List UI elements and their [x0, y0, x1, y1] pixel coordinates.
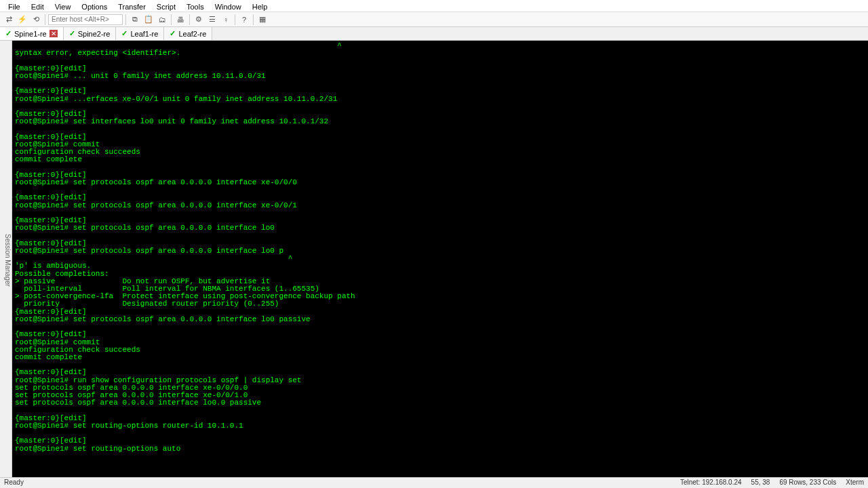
status-emulation: Xterm	[846, 479, 864, 487]
disconnect-icon[interactable]: ⟲	[30, 14, 42, 26]
quick-connect-icon[interactable]: ⚡	[16, 14, 28, 26]
find-icon[interactable]: 🗂	[156, 14, 168, 26]
check-icon: ✓	[121, 29, 127, 38]
menu-edit[interactable]: Edit	[26, 1, 50, 10]
host-input[interactable]	[48, 14, 123, 25]
print-icon[interactable]: 🖶	[174, 14, 186, 26]
options-icon[interactable]: ⚙	[193, 14, 205, 26]
check-icon: ✓	[5, 29, 12, 38]
separator	[171, 14, 172, 25]
session-options-icon[interactable]: ☰	[206, 14, 218, 26]
menu-tools[interactable]: Tools	[181, 1, 210, 10]
tab-label: Spine2-re	[78, 30, 111, 38]
menu-file[interactable]: File	[3, 1, 26, 10]
tab-label: Leaf2-re	[178, 30, 206, 38]
separator	[253, 14, 254, 25]
tab-leaf1-re[interactable]: ✓Leaf1-re	[116, 27, 164, 40]
new-window-icon[interactable]: ▦	[256, 14, 269, 26]
status-bar: Ready Telnet: 192.168.0.24 55, 38 69 Row…	[0, 477, 868, 488]
menu-script[interactable]: Script	[151, 1, 181, 10]
menu-help[interactable]: Help	[247, 1, 273, 10]
reconnect-icon[interactable]: ⇄	[3, 14, 15, 26]
close-icon[interactable]: ✕	[50, 30, 58, 37]
menu-transfer[interactable]: Transfer	[113, 1, 151, 10]
tab-spine1-re[interactable]: ✓Spine1-re✕	[0, 27, 64, 40]
separator	[235, 14, 235, 25]
status-ready: Ready	[4, 479, 24, 487]
check-icon: ✓	[170, 29, 176, 38]
menu-view[interactable]: View	[50, 1, 77, 10]
tab-label: Spine1-re	[14, 30, 47, 38]
status-connection: Telnet: 192.168.0.24	[680, 479, 742, 487]
filter-icon[interactable]: ♀	[220, 14, 232, 26]
session-tabs: ✓Spine1-re✕✓Spine2-re✓Leaf1-re✓Leaf2-re	[0, 27, 868, 41]
toolbar: ⇄ ⚡ ⟲ ⧉ 📋 🗂 🖶 ⚙ ☰ ♀ ? ▦	[0, 12, 868, 27]
status-cursor-pos: 55, 38	[751, 479, 770, 487]
separator	[45, 14, 45, 25]
tab-spine2-re[interactable]: ✓Spine2-re	[64, 27, 117, 40]
tab-leaf2-re[interactable]: ✓Leaf2-re	[164, 27, 212, 40]
menu-options[interactable]: Options	[76, 1, 113, 10]
separator	[189, 14, 190, 25]
status-dimensions: 69 Rows, 233 Cols	[779, 479, 836, 487]
help-icon[interactable]: ?	[238, 14, 250, 26]
terminal-output[interactable]: ^ syntax error, expecting <identifier>. …	[12, 41, 868, 477]
tab-label: Leaf1-re	[130, 30, 158, 38]
menu-window[interactable]: Window	[210, 1, 247, 10]
check-icon: ✓	[69, 29, 75, 38]
separator	[125, 14, 126, 25]
copy-icon[interactable]: ⧉	[129, 14, 141, 26]
menu-bar: FileEditViewOptionsTransferScriptToolsWi…	[0, 0, 868, 12]
session-manager-panel[interactable]: Session Manager	[0, 41, 12, 477]
paste-icon[interactable]: 📋	[142, 14, 155, 26]
